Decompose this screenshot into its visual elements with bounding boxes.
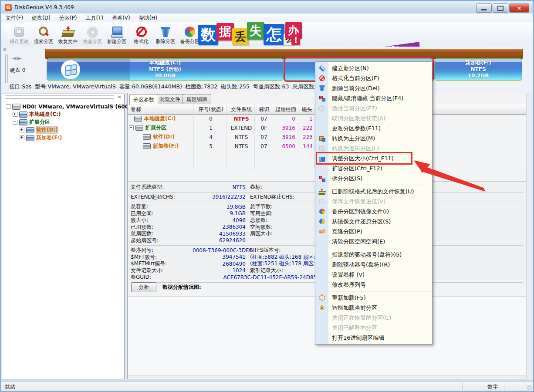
partition-tree-panel: × HD0: VMware, VMwareVirtualS (60GB) 本地磁…	[2, 94, 125, 379]
resize-grip[interactable]	[527, 385, 532, 390]
delete-partition-icon	[159, 26, 172, 38]
menu-item-reload[interactable]: 重新加载(F5)	[315, 293, 432, 303]
menu-tools[interactable]: 工具(T)	[81, 14, 108, 23]
next-disk-icon[interactable]: ►	[17, 54, 23, 61]
tree-item-software-d[interactable]: 软件(D:)	[20, 126, 58, 134]
delete-partition-button[interactable]: 删除分区	[154, 23, 177, 46]
menu-item-set-volume-label[interactable]: 设置卷标 (V)	[315, 270, 432, 280]
expand-icon[interactable]	[13, 112, 17, 117]
panel-close-icon[interactable]: ×	[2, 47, 7, 52]
tree-item-extended-partition[interactable]: 扩展分区	[13, 118, 50, 126]
horizontal-scrollbar[interactable]	[128, 375, 526, 378]
menu-item-split-partition[interactable]: 拆分分区(S)	[315, 173, 432, 183]
menu-item-restore-partition-from-image[interactable]: 从镜像文件还原分区(S)	[315, 216, 432, 226]
disk-icon	[12, 104, 20, 110]
menu-item-resize-partition[interactable]: 调整分区大小(Ctrl_F11)	[315, 153, 432, 163]
tree-item-local-disk-c[interactable]: 本地磁盘(C:)	[13, 111, 61, 118]
minimize-button[interactable]	[476, 3, 492, 13]
recover-files-button[interactable]: 恢复文件	[56, 23, 80, 46]
expand-icon[interactable]	[20, 135, 24, 140]
col-seq-status[interactable]: 序号(状态)	[194, 105, 227, 114]
menu-item-cancel-partition-active[interactable]: 取消分区激活状态(A)	[315, 113, 432, 123]
col-head[interactable]: 磁头	[299, 105, 315, 114]
recover-files-icon	[319, 188, 325, 195]
new-partition-button[interactable]: 新建分区	[105, 23, 128, 46]
menu-item-change-partition-params[interactable]: 更改分区参数(F11)	[315, 123, 432, 133]
banner-tile: 失	[247, 22, 264, 40]
convert-logical-icon	[319, 145, 325, 152]
save-progress-icon	[319, 199, 324, 204]
tab-browse-files[interactable]: 浏览文件	[155, 94, 184, 104]
col-start-cylinder[interactable]: 起始柱面	[273, 105, 299, 114]
menu-view[interactable]: 查看(V)	[108, 14, 135, 23]
menu-item-hide-unhide-partition[interactable]: 隐藏/取消隐藏 当前分区(F4)	[315, 93, 432, 103]
search-partition-button[interactable]: 搜索分区	[32, 23, 55, 46]
partition-f[interactable]: 新加卷(F:) NTFS 10.2GB	[434, 58, 522, 81]
menu-item-assign-drive-letter[interactable]: 指派新的驱动器号(盘符)(G)	[315, 250, 432, 260]
tab-partition-params[interactable]: 分区参数	[129, 94, 158, 105]
menu-file[interactable]: 文件(F)	[1, 14, 27, 23]
menu-item-close-recovering-partition[interactable]: 关闭正在恢复的分区(C)	[315, 313, 432, 323]
new-partition-icon	[111, 26, 123, 38]
menu-item-save-recovery-progress[interactable]: 保存文件恢复进度(V)	[315, 196, 432, 206]
banner-tile: 怎	[264, 24, 284, 45]
tree-item-new-volume-f[interactable]: 新加卷(F:)	[20, 134, 62, 142]
col-volume-label[interactable]: 卷标	[131, 105, 141, 114]
col-filesystem[interactable]: 文件系统	[227, 105, 255, 114]
menu-item-create-new-partition[interactable]: 建立新分区(N)	[315, 63, 432, 73]
menu-item-recover-deleted-files[interactable]: 已删除或格式化后的文件恢复(U)	[315, 186, 432, 196]
collapse-icon[interactable]	[13, 120, 17, 125]
menu-item-activate-partition[interactable]: 激活当前分区(F7)	[315, 103, 432, 113]
analyze-button[interactable]: 分析	[131, 282, 156, 292]
tab-sector-edit[interactable]: 扇区编辑	[183, 94, 211, 104]
menu-item-open-hex-sector-editor[interactable]: 打开16进制扇区编辑	[315, 333, 432, 343]
menu-item-convert-to-primary[interactable]: 转换为主分区(M)	[315, 133, 432, 143]
menu-item-close-interpreted-partition[interactable]: 关闭已解释的分区	[315, 323, 432, 333]
menu-item-backup-partition-to-image[interactable]: 备份分区到镜像文件(I)	[315, 206, 432, 216]
partition-icon	[19, 112, 27, 118]
menu-partition[interactable]: 分区(P)	[55, 14, 81, 23]
menu-item-change-volume-serial[interactable]: 修改卷序列号	[315, 280, 432, 290]
maximize-button[interactable]	[493, 3, 508, 13]
partition-c[interactable]: 本地磁盘(C:) NTFS (活动) 30.0GB	[47, 58, 284, 81]
panel-grip[interactable]	[5, 54, 8, 83]
menu-disk[interactable]: 硬盘(D)	[27, 14, 55, 23]
tree-grip[interactable]	[5, 95, 114, 99]
menu-separator	[315, 183, 432, 186]
tree-item-hd0[interactable]: HD0: VMware, VMwareVirtualS (60GB)	[6, 103, 135, 110]
save-changes-button[interactable]: 保存更改	[7, 23, 31, 46]
allocation-map-label: 数据分配情况图:	[162, 284, 201, 291]
disk-bar[interactable]	[45, 49, 523, 59]
prev-disk-icon[interactable]: ◄	[12, 54, 17, 61]
tree-close-icon[interactable]: ×	[118, 94, 122, 100]
partition-icon	[143, 143, 151, 149]
convert-primary-icon	[319, 135, 325, 142]
collapse-icon[interactable]	[6, 104, 10, 109]
expand-icon[interactable]	[20, 128, 24, 132]
quick-partition-button[interactable]: 快速分区	[81, 23, 104, 46]
col-id[interactable]: 标识	[255, 105, 273, 114]
menu-item-remove-drive-letter[interactable]: 删除驱动器号(盘符)(R)	[315, 260, 432, 270]
menu-separator	[315, 290, 432, 293]
menu-item-extend-partition[interactable]: 扩容分区(Ctrl_F12)	[315, 163, 432, 173]
activate-partition-icon	[318, 105, 326, 112]
partition-icon	[19, 119, 27, 125]
menu-item-clone-partition[interactable]: 克隆分区(P)	[315, 226, 432, 237]
menu-item-clear-free-space[interactable]: 清除分区空闲空间(E)	[315, 237, 432, 247]
reload-icon	[319, 294, 325, 301]
disk-info-line: 接口:Sas 型号:VMware, VMwareVirtualS 容量:60.0…	[9, 83, 347, 91]
partition-icon	[143, 134, 151, 140]
menu-help[interactable]: 帮助(H)	[135, 14, 162, 23]
format-button[interactable]: 格式化	[129, 23, 153, 46]
clone-partition-icon	[319, 228, 325, 235]
menu-item-delete-current-partition[interactable]: 删除当前分区(Del)	[315, 83, 432, 93]
collapse-icon[interactable]	[129, 125, 134, 130]
close-button[interactable]: ×	[509, 3, 529, 13]
format-icon	[319, 75, 325, 81]
app-logo-icon: G	[5, 4, 12, 11]
restore-image-icon	[319, 219, 325, 224]
menu-item-format-current-partition[interactable]: 格式化当前分区(F)	[315, 73, 432, 83]
status-numlock: 数字	[482, 383, 503, 391]
status-ready: 就绪	[5, 383, 15, 391]
menu-item-smart-load-current-partition[interactable]: 智能加载当前分区	[315, 303, 432, 313]
